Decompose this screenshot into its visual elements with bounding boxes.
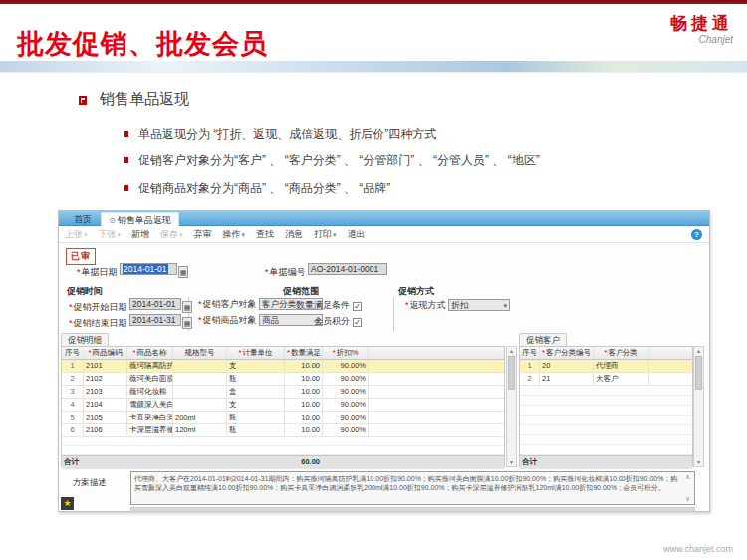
table-row[interactable]: 1 20 代理商 [520, 360, 692, 373]
dropdown-arrow-icon: ▾ [118, 231, 122, 238]
empty-row[interactable] [62, 437, 504, 446]
dropdown-arrow-icon: ▾ [504, 300, 508, 311]
member-points-checkbox[interactable]: ✓ [353, 318, 362, 327]
promo-end-label: 促销结束日期 [74, 318, 127, 328]
page-title: 批发促销、批发会员 [17, 26, 268, 62]
qty-condition-label: 数量满足条件 [296, 300, 350, 310]
promo-start-field[interactable]: 2014-01-01 [129, 298, 181, 310]
empty-row[interactable] [520, 435, 692, 445]
scheme-description-text: 代理商、大客户在2014-01-01到2014-01-31期间内：购买薇珂隔离防… [134, 474, 680, 492]
section-promo-scope: 促销范围 [283, 285, 319, 298]
chevron-down-icon[interactable]: ∨ [685, 495, 690, 503]
bullet-item-1: 单品返现分为 “打折、返现、成倍返现、折后价”四种方式 [138, 126, 436, 142]
table-row[interactable]: 5 2105 卡真采净白混… 200ml 瓶 10.00 90.00% [62, 412, 504, 424]
bullet-item-3: 促销商品对象分为“商品” 、 “商品分类” 、 “品牌” [138, 180, 390, 197]
description-scrollbar[interactable]: ∧ ∨ [683, 473, 693, 503]
empty-row[interactable] [520, 445, 692, 455]
promo-customer-grid: 序号 *客户分类编号 *客户分类 1 20 代理商 2 21 大客户 [519, 346, 693, 467]
cashback-method-label: 返现方式 [410, 300, 446, 310]
required-mark: * [265, 267, 269, 277]
horizontal-scrollbar[interactable] [130, 507, 695, 512]
table-row[interactable]: 6 2106 卡深层滋养修… 120ml 瓶 10.00 90.00% [62, 424, 504, 437]
tab-single-item-cashback[interactable]: ⊙销售单品返现 [101, 212, 179, 226]
bullet-icon [124, 157, 128, 163]
col-seq[interactable]: 序号 [62, 347, 84, 359]
promo-end-field[interactable]: 2014-01-31 [129, 314, 181, 326]
exit-button[interactable]: 退出 [348, 228, 366, 241]
col-qty[interactable]: *数量满足 [285, 347, 323, 359]
qty-condition-checkbox[interactable]: ✓ [353, 302, 362, 311]
scrollbar-thumb[interactable] [508, 356, 515, 390]
message-button[interactable]: 消息 [285, 228, 303, 241]
chanjet-logo: 畅捷通 Chanjet [670, 12, 733, 45]
logo-cn-text: 畅捷通 [670, 12, 733, 35]
print-button[interactable]: 打印▾ [314, 228, 337, 241]
bullet-item-2: 促销客户对象分为“客户” 、 “客户分类” 、 “分管部门” 、 “分管人员” … [138, 152, 540, 169]
promo-item-object-label: 促销商品对象 [203, 315, 257, 325]
scroll-down-icon[interactable]: ▼ [507, 459, 516, 465]
col-spec[interactable]: 规格型号 [173, 347, 227, 359]
next-doc-button[interactable]: 下张▾ [99, 228, 122, 241]
promo-start-label: 促销开始日期 [74, 302, 127, 312]
scrollbar-thumb[interactable] [695, 356, 702, 390]
tab-promo-detail[interactable]: 促销明细 [61, 333, 109, 346]
detail-total-row: 合计 60.00 [62, 455, 504, 469]
tab-home[interactable]: 首页 [65, 212, 101, 226]
col-discount[interactable]: *折扣% [323, 347, 369, 359]
section-promo-time: 促销时间 [67, 285, 103, 298]
save-button[interactable]: 保存▾ [160, 228, 183, 241]
bullet-icon [124, 185, 128, 191]
bullet-level1-icon [79, 96, 87, 105]
divider [393, 297, 394, 331]
col-customer-class[interactable]: *客户分类 [594, 347, 649, 359]
prev-doc-button[interactable]: 上张▾ [65, 228, 88, 241]
empty-row[interactable] [520, 416, 692, 425]
scheme-description-label: 方案描述 [73, 477, 107, 489]
calendar-icon[interactable]: ▦ [182, 301, 192, 313]
col-customer-class-code[interactable]: *客户分类编号 [540, 347, 594, 359]
col-item-code[interactable]: *商品编码 [84, 347, 127, 359]
customer-header-row: 序号 *客户分类编号 *客户分类 [520, 347, 692, 360]
empty-row[interactable] [520, 406, 692, 416]
empty-row[interactable] [520, 396, 692, 406]
cashback-method-select[interactable]: ▾折扣 [448, 299, 510, 311]
empty-row[interactable] [62, 446, 504, 455]
tab-label: 销售单品返现 [118, 215, 171, 225]
new-button[interactable]: 新增 [131, 228, 149, 241]
scroll-down-icon[interactable]: ▼ [694, 459, 703, 465]
col-unit[interactable]: *计量单位 [227, 347, 285, 359]
table-row[interactable]: 1 2101 薇珂隔离防护乳 支 10.00 90.00% [62, 360, 504, 373]
table-row[interactable]: 2 21 大客户 [520, 373, 692, 386]
calendar-icon[interactable]: ▦ [178, 266, 188, 278]
tab-promo-customer[interactable]: 促销客户 [519, 333, 567, 346]
table-row[interactable]: 4 2104 雪颜深入美白… 支 10.00 90.00% [62, 399, 504, 412]
doc-date-field[interactable]: 2014-01-01 [120, 263, 177, 275]
table-row[interactable]: 3 2103 薇珂化妆棉 盒 10.00 90.00% [62, 386, 504, 399]
table-row[interactable]: 2 2102 薇珂美白面膜 瓶 10.00 90.00% [62, 373, 504, 386]
scroll-up-icon[interactable]: ▲ [694, 348, 703, 354]
find-button[interactable]: 查找 [256, 228, 274, 241]
empty-row[interactable] [520, 425, 692, 435]
bullet-icon [124, 131, 128, 137]
toolbar: 上张▾ 下张▾ 新增 保存▾ 弃审 操作▾ 查找 消息 打印▾ 退出 [59, 226, 709, 243]
favorite-star-icon[interactable]: ★ [61, 497, 74, 510]
doc-no-field[interactable]: AO-2014-01-0001 [308, 263, 387, 275]
empty-row[interactable] [520, 386, 692, 396]
dropdown-arrow-icon: ▾ [333, 231, 337, 238]
dropdown-arrow-icon: ▾ [179, 231, 183, 238]
chevron-up-icon[interactable]: ∧ [685, 473, 690, 481]
col-seq[interactable]: 序号 [520, 347, 540, 359]
detail-grid-scrollbar[interactable]: ▲ ▼ [506, 346, 517, 467]
customer-grid-scrollbar[interactable]: ▲ ▼ [693, 346, 704, 467]
logo-en-text: Chanjet [670, 34, 733, 45]
app-window: 首页 ⊙销售单品返现 上张▾ 下张▾ 新增 保存▾ 弃审 操作▾ 查找 消息 打… [58, 210, 710, 512]
actions-button[interactable]: 操作▾ [223, 228, 246, 241]
calendar-icon[interactable]: ▦ [182, 317, 192, 329]
col-item-name[interactable]: *商品名称 [127, 347, 173, 359]
required-mark: * [69, 302, 73, 312]
presentation-slide: 批发促销、批发会员 畅捷通 Chanjet 销售单品返现 单品返现分为 “打折、… [0, 0, 747, 560]
scheme-description-box[interactable]: 代理商、大客户在2014-01-01到2014-01-31期间内：购买薇珂隔离防… [130, 471, 695, 505]
unapprove-button[interactable]: 弃审 [194, 228, 212, 241]
help-icon[interactable]: ? [691, 229, 702, 240]
scroll-up-icon[interactable]: ▲ [507, 348, 516, 354]
